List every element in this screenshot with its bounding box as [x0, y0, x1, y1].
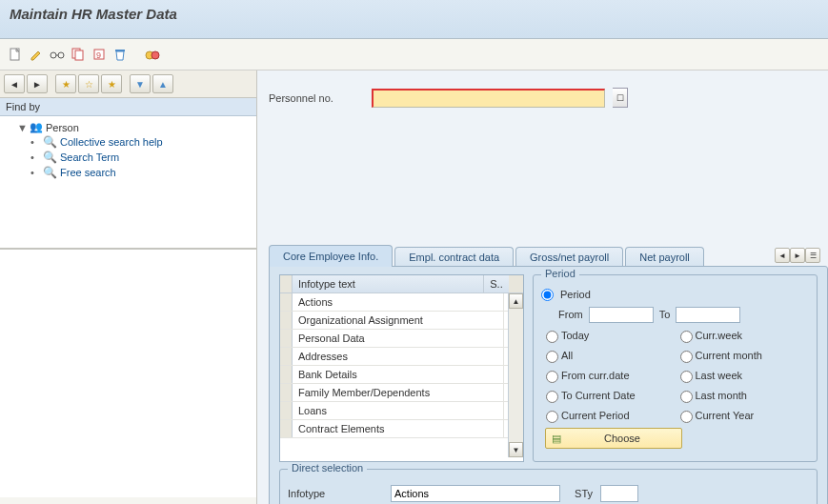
favorite-manage-icon[interactable]: ★ [101, 74, 122, 93]
period-radio-lastmonth[interactable] [680, 391, 693, 403]
period-radio-currmonth[interactable] [680, 351, 693, 363]
tab-core-employee[interactable]: Core Employee Info. [269, 245, 393, 267]
nav-back-button[interactable]: ◄ [4, 74, 25, 93]
tree-node-collective-search[interactable]: •🔍Collective search help [4, 134, 252, 150]
svg-rect-5 [75, 50, 83, 60]
period-radio-currperiod[interactable] [546, 411, 558, 423]
infotype-label: Infotype [288, 488, 383, 499]
radio-label: Current Year [696, 410, 755, 421]
choose-list-icon: ▤ [552, 433, 561, 445]
radio-label: To Current Date [561, 390, 636, 401]
favorite-star-icon[interactable]: ☆ [78, 74, 99, 93]
tab-strip: Core Employee Info. Empl. contract data … [269, 246, 828, 267]
table-row[interactable]: Bank Details [280, 366, 523, 384]
period-groupbox: Period Period From To Today Curr.week [533, 274, 818, 462]
person-icon: 👥 [30, 121, 43, 133]
delimit-icon[interactable]: 9 [91, 47, 107, 62]
svg-rect-8 [115, 50, 125, 51]
period-radio-fromcurr[interactable] [546, 371, 558, 383]
table-row[interactable]: Actions [280, 293, 523, 312]
direct-selection-groupbox: Direct selection Infotype STy [279, 469, 818, 504]
infotype-table: Infotype text S.. Actions Organizational… [279, 274, 524, 462]
direct-selection-title: Direct selection [288, 462, 367, 474]
glasses-icon[interactable] [50, 47, 65, 62]
personnel-search-help-icon[interactable]: ☐ [613, 88, 628, 108]
radio-label: Today [561, 330, 589, 341]
from-date-input[interactable] [589, 307, 654, 323]
main-toolbar: 9 [0, 39, 828, 71]
svg-point-2 [58, 52, 64, 58]
radio-label: From curr.date [561, 370, 630, 381]
tab-gross-net-payroll[interactable]: Gross/net payroll [515, 247, 623, 267]
new-document-icon[interactable] [8, 47, 23, 62]
choose-button[interactable]: ▤ Choose [545, 428, 682, 449]
period-radio-period[interactable] [541, 289, 554, 301]
radio-label: Curr.week [696, 330, 743, 341]
period-radio-currweek[interactable] [680, 331, 693, 343]
sidebar-toolbar: ◄ ► ★ ☆ ★ ▼ ▲ [0, 71, 256, 98]
radio-label: Last week [696, 370, 743, 381]
copy-icon[interactable] [71, 47, 86, 62]
expand-all-icon[interactable]: ▼ [130, 74, 151, 93]
binoculars-icon: 🔍 [43, 151, 57, 164]
binoculars-icon: 🔍 [43, 135, 57, 149]
favorite-add-icon[interactable]: ★ [55, 74, 76, 93]
infotype-col-header[interactable]: Infotype text [293, 275, 484, 292]
period-box-title: Period [541, 268, 579, 279]
period-radio-today[interactable] [546, 331, 558, 343]
table-row[interactable]: Loans [280, 402, 523, 420]
to-label: To [659, 309, 671, 320]
period-radio-curryear[interactable] [680, 411, 693, 423]
table-row[interactable]: Addresses [280, 348, 523, 366]
personnel-no-label: Personnel no. [269, 92, 364, 104]
nav-tree: ▼👥Person •🔍Collective search help •🔍Sear… [0, 116, 256, 249]
tab-net-payroll[interactable]: Net payroll [625, 247, 704, 267]
svg-text:9: 9 [96, 50, 101, 60]
radio-label: All [561, 350, 573, 361]
tree-node-person[interactable]: ▼👥Person [4, 120, 252, 134]
period-radio-lastweek[interactable] [680, 371, 693, 383]
table-scrollbar[interactable]: ▲ ▼ [508, 293, 523, 457]
sidebar-lower-panel [0, 249, 256, 497]
main-content: Personnel no. ☐ Core Employee Info. Empl… [257, 71, 828, 504]
infotype-input[interactable] [391, 485, 560, 502]
left-sidebar: ◄ ► ★ ☆ ★ ▼ ▲ Find by ▼👥Person •🔍Collect… [0, 71, 257, 504]
tab-scroll-right-icon[interactable]: ► [790, 248, 805, 263]
delete-trash-icon[interactable] [112, 47, 128, 62]
radio-label: Last month [696, 390, 747, 401]
radio-label: Current month [696, 350, 762, 361]
table-row[interactable]: Contract Elements [280, 420, 523, 438]
period-label: Period [560, 289, 591, 300]
find-by-header: Find by [0, 98, 256, 116]
radio-label: Current Period [561, 410, 630, 421]
sty-label: STy [568, 488, 593, 499]
toolbar-separator [133, 47, 139, 62]
status-col-header[interactable]: S.. [484, 275, 509, 292]
window-title: Maintain HR Master Data [0, 0, 828, 39]
table-row[interactable]: Organizational Assignment [280, 312, 523, 330]
svg-point-1 [50, 52, 56, 58]
table-row[interactable]: Family Member/Dependents [280, 384, 523, 402]
period-radio-tocurr[interactable] [546, 391, 558, 403]
scroll-up-icon[interactable]: ▲ [509, 293, 523, 309]
scroll-down-icon[interactable]: ▼ [509, 442, 523, 457]
edit-pencil-icon[interactable] [29, 47, 44, 62]
overview-icon[interactable] [145, 47, 160, 62]
binoculars-icon: 🔍 [43, 166, 57, 179]
nav-forward-button[interactable]: ► [27, 74, 48, 93]
from-label: From [558, 309, 583, 320]
personnel-no-input[interactable] [372, 89, 605, 108]
tab-panel: Infotype text S.. Actions Organizational… [269, 266, 828, 504]
period-radio-all[interactable] [546, 351, 558, 363]
tab-scroll-left-icon[interactable]: ◄ [775, 248, 790, 263]
sty-input[interactable] [600, 485, 638, 502]
tree-node-free-search[interactable]: •🔍Free search [4, 165, 252, 180]
svg-point-10 [151, 51, 159, 59]
tab-list-icon[interactable]: ☰ [805, 248, 820, 263]
tab-empl-contract[interactable]: Empl. contract data [394, 247, 514, 267]
to-date-input[interactable] [676, 307, 740, 323]
tree-node-search-term[interactable]: •🔍Search Term [4, 150, 252, 165]
collapse-all-icon[interactable]: ▲ [152, 74, 173, 93]
table-row[interactable]: Personal Data [280, 330, 523, 348]
